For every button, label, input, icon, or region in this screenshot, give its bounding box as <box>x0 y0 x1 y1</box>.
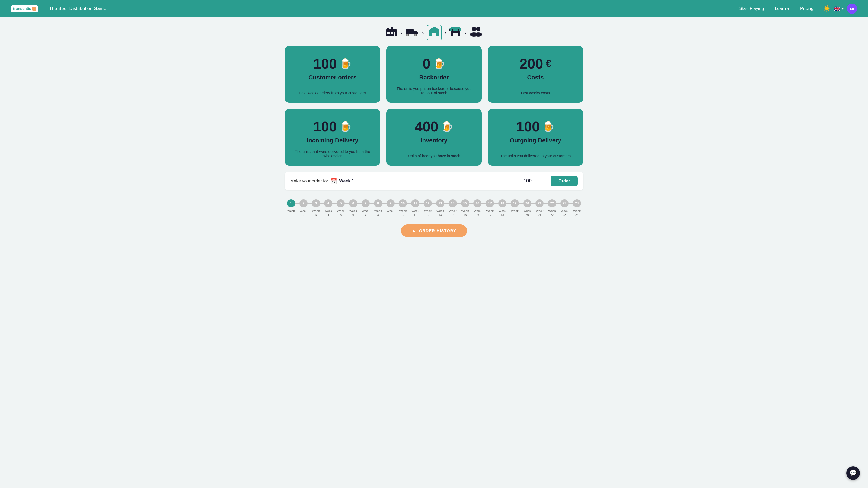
week-stepper: 1 Week1 2 Week2 3 Week3 4 Week4 5 Week5 … <box>279 197 589 217</box>
stepper-week-22[interactable]: 22 Week22 <box>546 199 558 217</box>
nav-pricing[interactable]: Pricing <box>796 4 818 13</box>
sc-arrow-2: › <box>422 29 424 37</box>
card-title-backorder: Backorder <box>420 74 449 81</box>
stepper-label-6: Week6 <box>349 209 357 217</box>
svg-rect-18 <box>459 29 461 31</box>
card-icon-costs: € <box>546 58 551 69</box>
stepper-circle-16: 16 <box>473 199 482 207</box>
sc-customers-icon[interactable] <box>469 26 483 39</box>
stepper-circle-8: 8 <box>374 199 382 207</box>
svg-rect-4 <box>391 32 393 34</box>
stepper-circle-15: 15 <box>461 199 469 207</box>
stepper-label-13: Week13 <box>436 209 444 217</box>
stepper-week-6[interactable]: 6 Week6 <box>347 199 360 217</box>
stepper-label-4: Week4 <box>324 209 332 217</box>
card-icon-customer-orders: 🍺 <box>340 58 352 69</box>
stepper-week-13[interactable]: 13 Week13 <box>434 199 446 217</box>
stepper-week-17[interactable]: 17 Week17 <box>484 199 496 217</box>
stepper-label-10: Week10 <box>399 209 407 217</box>
language-selector[interactable]: 🇬🇧 ▾ <box>834 5 844 12</box>
card-title-incoming-delivery: Incoming Delivery <box>307 137 358 144</box>
svg-rect-2 <box>391 27 393 30</box>
sc-truck-icon[interactable] <box>405 26 419 39</box>
nav-learn[interactable]: Learn ▾ <box>770 4 794 13</box>
stepper-week-14[interactable]: 14 Week14 <box>446 199 459 217</box>
theme-toggle-icon[interactable]: ☀️ <box>823 5 831 12</box>
sc-arrow-4: › <box>464 29 466 37</box>
order-history-button[interactable]: ▲ ORDER HISTORY <box>401 225 467 237</box>
stepper-label-24: Week24 <box>573 209 581 217</box>
card-desc-costs: Last weeks costs <box>521 91 550 95</box>
stepper-circle-7: 7 <box>362 199 370 207</box>
order-quantity-input[interactable] <box>516 177 543 186</box>
stepper-week-5[interactable]: 5 Week5 <box>335 199 347 217</box>
chat-button[interactable]: 💬 <box>846 466 860 480</box>
svg-marker-12 <box>428 27 440 30</box>
navbar-links: Start Playing Learn ▾ Pricing <box>735 4 818 13</box>
stepper-week-3[interactable]: 3 Week3 <box>310 199 322 217</box>
stepper-circle-4: 4 <box>324 199 332 207</box>
brand-logo[interactable]: transentis <box>11 5 38 12</box>
stepper-track: 1 Week1 2 Week2 3 Week3 4 Week4 5 Week5 … <box>285 197 583 217</box>
card-desc-customer-orders: Last weeks orders from your customers <box>299 91 366 95</box>
order-input-wrap <box>516 177 543 186</box>
card-value-inventory: 400 🍺 <box>415 119 453 135</box>
stepper-week-8[interactable]: 8 Week8 <box>372 199 384 217</box>
stepper-week-19[interactable]: 19 Week19 <box>508 199 521 217</box>
sc-arrow-1: › <box>400 29 402 37</box>
svg-rect-1 <box>387 28 389 30</box>
stepper-week-18[interactable]: 18 Week18 <box>496 199 508 217</box>
card-desc-incoming-delivery: The units that were delivered to you fro… <box>293 150 372 158</box>
card-title-inventory: Inventory <box>421 137 447 144</box>
user-avatar[interactable]: NI <box>847 3 857 14</box>
card-icon-inventory: 🍺 <box>441 121 453 132</box>
stepper-label-18: Week18 <box>499 209 506 217</box>
logo-text: transentis <box>13 6 31 11</box>
chevron-down-icon: ▾ <box>842 6 844 11</box>
svg-rect-6 <box>405 29 414 34</box>
stepper-label-23: Week23 <box>561 209 568 217</box>
stepper-week-7[interactable]: 7 Week7 <box>360 199 372 217</box>
stepper-week-23[interactable]: 23 Week23 <box>558 199 571 217</box>
stepper-week-20[interactable]: 20 Week20 <box>521 199 533 217</box>
svg-rect-14 <box>434 33 434 36</box>
sc-warehouse-icon[interactable] <box>427 25 442 40</box>
stepper-label-11: Week11 <box>411 209 419 217</box>
logo-box: transentis <box>11 5 38 12</box>
stepper-week-16[interactable]: 16 Week16 <box>471 199 484 217</box>
navbar-actions: ☀️ 🇬🇧 ▾ NI <box>823 3 857 14</box>
order-label: Make your order for 📅 Week 1 <box>290 178 354 184</box>
stepper-label-16: Week16 <box>474 209 481 217</box>
stepper-week-12[interactable]: 12 Week12 <box>422 199 434 217</box>
sc-store-icon[interactable] <box>450 26 461 39</box>
stepper-circle-22: 22 <box>548 199 556 207</box>
stepper-week-24[interactable]: 24 Week24 <box>571 199 583 217</box>
stepper-week-11[interactable]: 11 Week11 <box>409 199 422 217</box>
stepper-circle-6: 6 <box>349 199 357 207</box>
stepper-week-21[interactable]: 21 Week21 <box>533 199 546 217</box>
stepper-week-2[interactable]: 2 Week2 <box>297 199 310 217</box>
stepper-label-19: Week19 <box>511 209 519 217</box>
stepper-circle-20: 20 <box>523 199 531 207</box>
svg-point-23 <box>476 27 480 31</box>
svg-rect-17 <box>450 29 452 31</box>
flag-icon: 🇬🇧 <box>834 5 841 12</box>
card-desc-inventory: Units of beer you have in stock <box>408 154 460 158</box>
card-icon-outgoing-delivery: 🍺 <box>542 121 555 132</box>
card-incoming-delivery: 100 🍺 Incoming Delivery The units that w… <box>285 109 380 166</box>
stepper-week-1[interactable]: 1 Week1 <box>285 199 297 217</box>
nav-start-playing[interactable]: Start Playing <box>735 4 768 13</box>
stepper-label-21: Week21 <box>536 209 544 217</box>
stepper-circle-14: 14 <box>448 199 457 207</box>
calendar-icon: 📅 <box>330 178 337 184</box>
svg-rect-5 <box>394 32 396 36</box>
stepper-week-9[interactable]: 9 Week9 <box>384 199 397 217</box>
sc-factory-icon[interactable] <box>385 26 397 39</box>
order-bar: Make your order for 📅 Week 1 Order <box>285 172 583 190</box>
stepper-week-4[interactable]: 4 Week4 <box>322 199 335 217</box>
stepper-week-10[interactable]: 10 Week10 <box>397 199 409 217</box>
stepper-week-15[interactable]: 15 Week15 <box>459 199 471 217</box>
stepper-label-22: Week22 <box>548 209 556 217</box>
card-title-outgoing-delivery: Outgoing Delivery <box>510 137 561 144</box>
order-button[interactable]: Order <box>551 176 578 186</box>
